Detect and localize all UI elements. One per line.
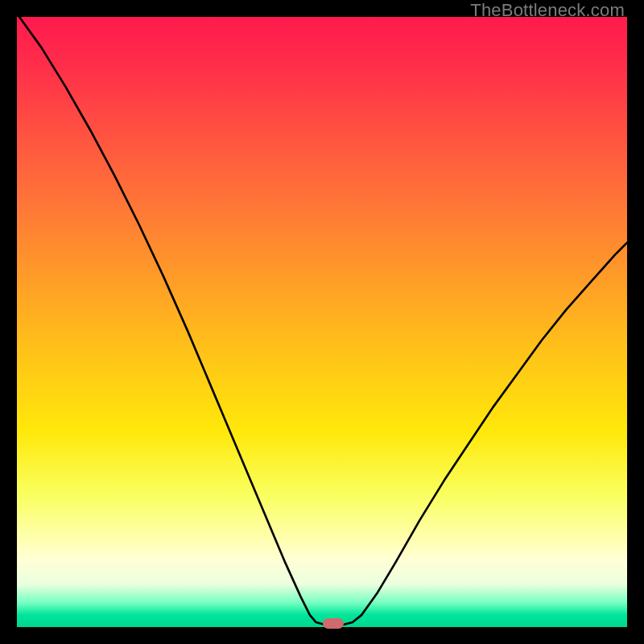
- optimal-point-marker: [323, 618, 344, 629]
- plot-area: [17, 17, 627, 627]
- attribution-text: TheBottleneck.com: [470, 0, 625, 21]
- bottleneck-curve: [17, 17, 627, 627]
- chart-frame: TheBottleneck.com: [0, 0, 644, 644]
